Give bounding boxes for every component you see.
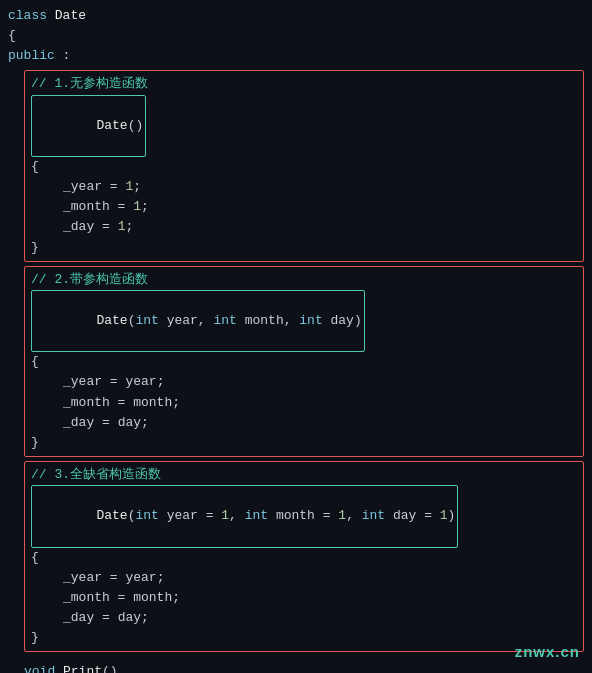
section-no-param: // 1.无参构造函数 Date() { _year = 1; _month =… [24, 70, 584, 261]
comment3: // 3.全缺省构造函数 [31, 465, 161, 485]
sig3-close-brace: } [31, 628, 577, 648]
comment1-line: // 1.无参构造函数 [31, 74, 577, 94]
section-default-param: // 3.全缺省构造函数 Date(int year = 1, int mont… [24, 461, 584, 652]
comment2-line: // 2.带参构造函数 [31, 270, 577, 290]
sig2-close-brace: } [31, 433, 577, 453]
sig1-highlight: Date() [31, 95, 146, 157]
keyword-public: public [8, 46, 55, 66]
body1-line2: _month = 1; [31, 197, 577, 217]
section-with-param: // 2.带参构造函数 Date(int year, int month, in… [24, 266, 584, 457]
print-sig-line: void Print() [8, 662, 584, 673]
open-brace-line: { [8, 26, 584, 46]
comment3-line: // 3.全缺省构造函数 [31, 465, 577, 485]
comment1: // 1.无参构造函数 [31, 74, 148, 94]
sig2-open-brace: { [31, 352, 577, 372]
body3-line2: _month = month; [31, 588, 577, 608]
sig2-highlight: Date(int year, int month, int day) [31, 290, 365, 352]
keyword-class: class [8, 6, 55, 26]
body3-line1: _year = year; [31, 568, 577, 588]
sig3-line: Date(int year = 1, int month = 1, int da… [31, 485, 577, 547]
body2-line2: _month = month; [31, 393, 577, 413]
body2-line1: _year = year; [31, 372, 577, 392]
body1-line3: _day = 1; [31, 217, 577, 237]
sig3-open-brace: { [31, 548, 577, 568]
class-header-line: class Date [8, 6, 584, 26]
sig1-close-brace: } [31, 238, 577, 258]
sig2-line: Date(int year, int month, int day) [31, 290, 577, 352]
code-container: class Date { public : // 1.无参构造函数 Date()… [0, 0, 592, 673]
body2-line3: _day = day; [31, 413, 577, 433]
public-label-line: public : [8, 46, 584, 66]
watermark: znwx.cn [515, 640, 580, 663]
class-name: Date [55, 6, 86, 26]
sig1-line: Date() [31, 95, 577, 157]
body3-line3: _day = day; [31, 608, 577, 628]
sig1-open-brace: { [31, 157, 577, 177]
sig3-highlight: Date(int year = 1, int month = 1, int da… [31, 485, 458, 547]
comment2: // 2.带参构造函数 [31, 270, 148, 290]
body1-line1: _year = 1; [31, 177, 577, 197]
